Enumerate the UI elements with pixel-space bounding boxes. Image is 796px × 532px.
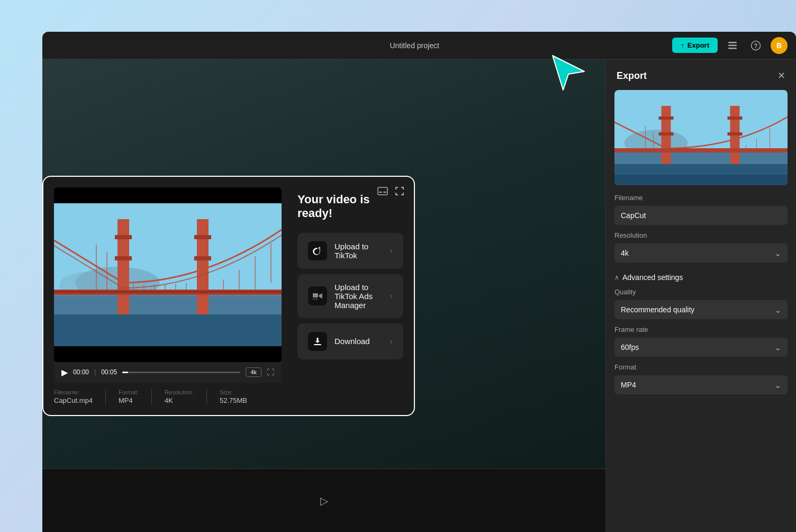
meta-size-label: Size: — [220, 389, 247, 395]
svg-rect-16 — [115, 256, 132, 260]
upload-tiktok-label: Upload to TikTok — [334, 242, 383, 260]
export-button[interactable]: ↑ Export — [672, 38, 718, 53]
time-current: 00:00 — [73, 368, 89, 376]
filename-label: Filename — [614, 194, 788, 202]
svg-rect-59 — [614, 175, 788, 185]
resolution-select[interactable]: 1080p 2k 4k — [614, 244, 788, 263]
upload-tiktok-button[interactable]: Upload to TikTok › — [297, 233, 403, 269]
framerate-select[interactable]: 24fps 30fps 60fps — [614, 338, 788, 357]
meta-filename-value: CapCut.mp4 — [54, 396, 93, 404]
fullscreen-card-icon-button[interactable] — [394, 185, 405, 200]
svg-text:?: ? — [754, 42, 757, 49]
resolution-section: Resolution 1080p 2k 4k — [606, 231, 796, 269]
svg-rect-57 — [614, 148, 788, 152]
close-panel-button[interactable]: ✕ — [777, 70, 785, 82]
advanced-settings-label: Advanced settings — [622, 273, 683, 282]
subtitle-icon-button[interactable] — [377, 185, 388, 200]
progress-fill — [122, 372, 128, 373]
fullscreen-card-icon — [394, 185, 405, 197]
meta-resolution: Resolution: 4K — [165, 389, 194, 404]
download-label: Download — [334, 337, 383, 346]
export-panel: Export ✕ — [605, 59, 796, 532]
quality-section: Quality Recommended quality High quality… — [606, 288, 796, 326]
export-preview-svg — [614, 90, 788, 185]
layers-icon — [727, 40, 738, 51]
card-content: ▶ 00:00 | 00:05 4k ⛶ — [54, 187, 403, 404]
download-icon-container — [308, 332, 327, 351]
play-button[interactable]: ▶ — [61, 367, 68, 377]
quality-label: Quality — [614, 288, 788, 296]
svg-rect-17 — [194, 235, 211, 239]
modal-overlay: ▶ 00:00 | 00:05 4k ⛶ — [42, 59, 415, 532]
meta-filename: Filename: CapCut.mp4 — [54, 389, 93, 404]
meta-divider-1 — [105, 389, 106, 404]
download-icon — [312, 336, 323, 347]
tiktok-icon — [312, 245, 323, 257]
upload-tiktok-ads-arrow: › — [390, 291, 393, 301]
help-icon-button[interactable]: ? — [747, 37, 764, 54]
card-top-icons — [377, 185, 405, 200]
top-bar: Untitled project ↑ Export ? B — [42, 32, 796, 59]
format-section: Format MP4 MOV AVI — [606, 363, 796, 401]
video-meta: Filename: CapCut.mp4 Format: MP4 — [54, 383, 282, 404]
time-separator: | — [94, 368, 96, 376]
svg-rect-36 — [315, 299, 318, 300]
export-preview-image — [614, 90, 788, 185]
layers-icon-button[interactable] — [724, 37, 741, 54]
meta-size: Size: 52.75MB — [220, 389, 247, 404]
timeline-area: ▷ — [42, 468, 605, 532]
svg-rect-37 — [314, 344, 321, 345]
format-select-wrapper: MP4 MOV AVI — [614, 375, 788, 394]
svg-rect-6 — [379, 192, 382, 193]
quality-select[interactable]: Recommended quality High quality Low qua… — [614, 300, 788, 319]
filename-input[interactable] — [614, 206, 788, 225]
svg-rect-35 — [313, 299, 315, 300]
format-label: Format — [614, 363, 788, 371]
tiktok-icon-container — [308, 241, 327, 260]
project-title: Untitled project — [390, 41, 439, 50]
editor-area: ▶ 00:00 | 00:05 4k ⛶ — [42, 59, 605, 532]
meta-size-value: 52.75MB — [220, 396, 247, 404]
meta-divider-2 — [151, 389, 152, 404]
svg-rect-32 — [54, 291, 282, 293]
svg-rect-44 — [659, 132, 674, 136]
svg-rect-15 — [115, 235, 132, 239]
advanced-settings-header[interactable]: ∧ Advanced settings — [606, 269, 796, 288]
meta-format-label: Format: — [119, 389, 139, 395]
svg-rect-46 — [728, 132, 743, 136]
app-window: Untitled project ↑ Export ? B — [42, 32, 796, 532]
svg-rect-0 — [728, 42, 737, 43]
framerate-select-wrapper: 24fps 30fps 60fps — [614, 338, 788, 357]
resolution-select-wrapper: 1080p 2k 4k — [614, 244, 788, 263]
meta-resolution-label: Resolution: — [165, 389, 194, 395]
resolution-label: Resolution — [614, 231, 788, 239]
bridge-thumbnail-svg — [54, 187, 282, 362]
upload-tiktok-ads-button[interactable]: Upload to TikTok Ads Manager › — [297, 274, 403, 318]
svg-rect-1 — [728, 44, 737, 46]
meta-resolution-value: 4K — [165, 396, 194, 404]
action-section: Your video is ready! Upload to TikTok › — [297, 187, 403, 404]
progress-bar[interactable] — [122, 372, 240, 373]
export-icon: ↑ — [681, 41, 684, 49]
svg-rect-7 — [383, 192, 386, 193]
video-controls: ▶ 00:00 | 00:05 4k ⛶ — [54, 362, 282, 383]
quality-badge: 4k — [246, 367, 261, 377]
timeline-play-icon: ▷ — [320, 494, 328, 507]
user-avatar-button[interactable]: B — [771, 37, 788, 54]
subtitle-icon — [377, 185, 388, 197]
meta-divider-3 — [206, 389, 207, 404]
export-panel-header: Export ✕ — [606, 59, 796, 90]
advanced-chevron-icon: ∧ — [614, 274, 619, 281]
video-player-section: ▶ 00:00 | 00:05 4k ⛶ — [54, 187, 282, 404]
svg-rect-45 — [728, 116, 743, 120]
format-select[interactable]: MP4 MOV AVI — [614, 375, 788, 394]
meta-format: Format: MP4 — [119, 389, 139, 404]
svg-rect-34 — [313, 293, 318, 297]
upload-tiktok-arrow: › — [390, 246, 393, 256]
export-panel-title: Export — [617, 70, 647, 82]
svg-rect-2 — [728, 48, 737, 49]
tiktok-ads-icon-container — [308, 286, 327, 305]
fullscreen-button[interactable]: ⛶ — [267, 368, 274, 376]
download-button[interactable]: Download › — [297, 323, 403, 359]
framerate-section: Frame rate 24fps 30fps 60fps — [606, 326, 796, 363]
